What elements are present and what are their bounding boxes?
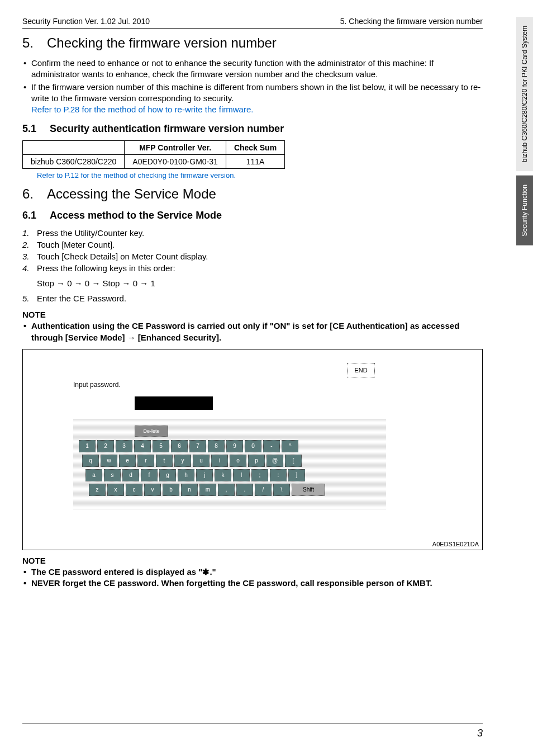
firmware-table: MFP Controller Ver. Check Sum bizhub C36… — [22, 140, 285, 169]
keyboard-key[interactable]: - — [263, 440, 280, 452]
note-2-title: NOTE — [22, 556, 483, 565]
keyboard-key[interactable]: j — [196, 469, 213, 481]
keyboard-key[interactable]: k — [215, 469, 231, 481]
section-51-heading: 5.1Security authentication firmware vers… — [22, 123, 483, 135]
keyboard-key[interactable]: @ — [266, 455, 283, 467]
keyboard-key[interactable]: ; — [251, 469, 268, 481]
section-51-title: Security authentication firmware version… — [50, 123, 284, 134]
link-p12[interactable]: Refer to P.12 for the method of checking… — [37, 171, 236, 179]
screenshot-id: A0EDS1E021DA — [432, 541, 479, 547]
keyboard-key[interactable]: v — [144, 484, 161, 496]
fw-col-checksum: Check Sum — [226, 141, 284, 155]
keyboard-key[interactable]: . — [236, 484, 253, 496]
section-5-bullet: Confirm the need to enhance or not to en… — [22, 58, 483, 81]
keyboard-key[interactable]: g — [159, 469, 176, 481]
keyboard-key[interactable]: p — [248, 455, 265, 467]
section-61-num: 6.1 — [22, 210, 36, 221]
keyboard-key[interactable]: , — [218, 484, 235, 496]
screenshot-panel: END Input password. De-lete 1234567890-^… — [22, 349, 483, 550]
section-5-bullet: If the firmware version number of this m… — [22, 82, 483, 116]
keyboard-key[interactable]: a — [85, 469, 102, 481]
side-tab-section: Security Function — [516, 176, 533, 245]
keyboard-key[interactable]: f — [141, 469, 158, 481]
password-field[interactable] — [135, 396, 213, 410]
keyboard-key[interactable]: 3 — [116, 440, 132, 452]
section-5-bullets: Confirm the need to enhance or not to en… — [22, 58, 483, 115]
keyboard-key[interactable]: q — [82, 455, 99, 467]
keyboard-key[interactable]: ] — [288, 469, 305, 481]
section-61-heading: 6.1Access method to the Service Mode — [22, 210, 483, 221]
keyboard-key[interactable]: r — [137, 455, 154, 467]
keyboard-key[interactable]: h — [178, 469, 194, 481]
keyboard-key[interactable]: 9 — [226, 440, 243, 452]
step-4-keys: Stop → 0 → 0 → Stop → 0 → 1 — [22, 277, 483, 289]
fw-col-mfp: MFP Controller Ver. — [125, 141, 226, 155]
keyboard-key[interactable]: 6 — [171, 440, 188, 452]
keyboard-key[interactable]: / — [255, 484, 272, 496]
fw-model: bizhub C360/C280/C220 — [23, 155, 125, 169]
keyboard-key[interactable]: d — [122, 469, 139, 481]
note-2-list: The CE password entered is displayed as … — [22, 566, 483, 589]
side-tab-model: bizhub C360/C280/C220 for PKI Card Syste… — [516, 17, 533, 171]
step: 2.Touch [Meter Count]. — [22, 239, 483, 251]
note-2-bullet: The CE password entered is displayed as … — [22, 566, 483, 578]
keyboard-key[interactable]: y — [174, 455, 191, 467]
section-6-heading: 6.Accessing the Service Mode — [22, 186, 483, 202]
end-button[interactable]: END — [347, 363, 375, 377]
keyboard-key[interactable]: t — [156, 455, 173, 467]
page-number: 3 — [477, 727, 483, 739]
section-5-heading: 5.Checking the firmware version number — [22, 35, 483, 51]
keyboard-key[interactable]: \ — [273, 484, 290, 496]
keyboard-key[interactable]: x — [107, 484, 124, 496]
header-right: 5. Checking the firmware version number — [340, 17, 483, 26]
section-5-num: 5. — [22, 35, 34, 50]
fw-version: A0ED0Y0-0100-GM0-31 — [125, 155, 226, 169]
note-1-list: Authentication using the CE Password is … — [22, 320, 483, 343]
keyboard-key[interactable]: s — [104, 469, 121, 481]
keyboard-key[interactable]: : — [270, 469, 287, 481]
keyboard-key[interactable]: 5 — [153, 440, 169, 452]
fw-checksum: 111A — [226, 155, 284, 169]
keyboard-key[interactable]: c — [126, 484, 142, 496]
step: 4.Press the following keys in this order… — [22, 262, 483, 274]
keyboard-key[interactable]: w — [101, 455, 117, 467]
input-password-label: Input password. — [73, 381, 121, 389]
keyboard-key[interactable]: 7 — [189, 440, 206, 452]
keyboard-key[interactable]: m — [199, 484, 216, 496]
keyboard-key[interactable]: 1 — [79, 440, 96, 452]
delete-tab[interactable]: De-lete — [135, 426, 168, 437]
steps-list-cont: 5.Enter the CE Password. — [22, 292, 483, 304]
steps-list: 1.Press the Utility/Counter key. 2.Touch… — [22, 227, 483, 274]
keyboard-key[interactable]: o — [230, 455, 246, 467]
section-61-title: Access method to the Service Mode — [50, 210, 222, 221]
keyboard-key[interactable]: l — [233, 469, 250, 481]
keyboard-area: De-lete 1234567890-^qwertyuiop@[asdfghjk… — [73, 419, 386, 509]
keyboard-key[interactable]: n — [181, 484, 198, 496]
keyboard-key[interactable]: e — [119, 455, 136, 467]
keyboard-key[interactable]: 4 — [134, 440, 151, 452]
keyboard-key[interactable]: 8 — [208, 440, 225, 452]
page-header: Security Function Ver. 1.02 Jul. 2010 5.… — [22, 17, 483, 29]
note-1-bullet: Authentication using the CE Password is … — [22, 320, 483, 343]
header-left: Security Function Ver. 1.02 Jul. 2010 — [22, 17, 150, 26]
section-5-title: Checking the firmware version number — [47, 35, 277, 50]
step: 5.Enter the CE Password. — [22, 292, 483, 304]
keyboard-key[interactable]: 2 — [97, 440, 114, 452]
keyboard-key[interactable]: ^ — [282, 440, 298, 452]
step: 3.Touch [Check Details] on Meter Count d… — [22, 251, 483, 262]
section-6-title: Accessing the Service Mode — [47, 186, 216, 201]
keyboard-key[interactable]: [ — [285, 455, 302, 467]
link-p28[interactable]: Refer to P.28 for the method of how to r… — [31, 105, 253, 114]
note-2-bullet: NEVER forget the CE password. When forge… — [22, 578, 483, 589]
section-6-num: 6. — [22, 186, 34, 201]
page-footer: 3 — [22, 724, 483, 739]
note-1-title: NOTE — [22, 310, 483, 319]
shift-key[interactable]: Shift — [292, 484, 325, 496]
section-51-num: 5.1 — [22, 123, 36, 134]
keyboard-key[interactable]: u — [193, 455, 210, 467]
keyboard-key[interactable]: 0 — [245, 440, 261, 452]
keyboard-key[interactable]: i — [211, 455, 228, 467]
keyboard-key[interactable]: b — [163, 484, 179, 496]
step: 1.Press the Utility/Counter key. — [22, 227, 483, 239]
keyboard-key[interactable]: z — [89, 484, 106, 496]
